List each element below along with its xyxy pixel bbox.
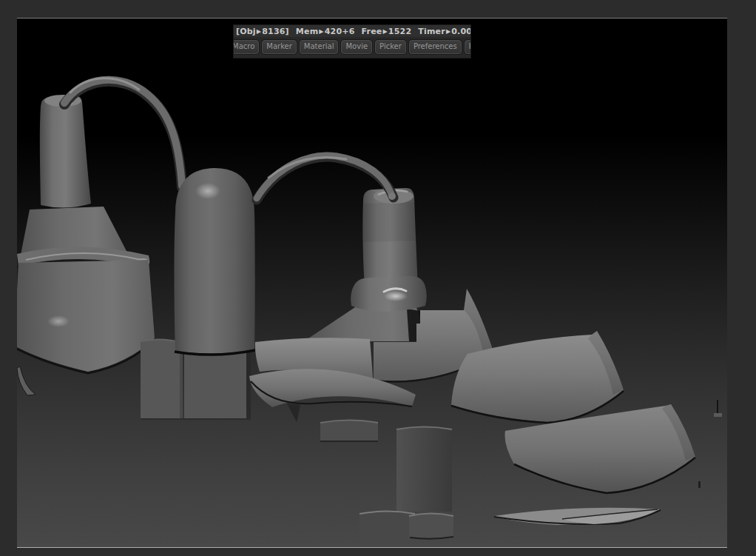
status-free: Free▶1522 bbox=[362, 27, 412, 36]
movie-button[interactable]: Movie bbox=[341, 40, 372, 54]
lamp-center-neck bbox=[362, 188, 418, 289]
right-edge-clipped-sliver bbox=[698, 400, 722, 488]
status-bar: [Obj▶8136] Mem▶420+6 Free▶1522 Timer▶0.0… bbox=[234, 25, 470, 37]
macro-button[interactable]: Macro bbox=[234, 40, 259, 54]
capsule-stroke bbox=[175, 168, 256, 355]
marker-button[interactable]: Marker bbox=[262, 40, 297, 54]
top-shelf-panel: [Obj▶8136] Mem▶420+6 Free▶1522 Timer▶0.0… bbox=[233, 24, 471, 58]
render-button[interactable]: Render bbox=[465, 40, 470, 54]
viewport-scene bbox=[17, 19, 727, 547]
picker-button[interactable]: Picker bbox=[375, 40, 406, 54]
triangle-separator-icon: ▶ bbox=[446, 28, 450, 35]
status-timer: Timer▶0.002 bbox=[418, 27, 470, 36]
triangle-separator-icon: ▶ bbox=[319, 28, 323, 35]
shelf-menu: Macro Marker Material Movie Picker Prefe… bbox=[234, 37, 470, 58]
status-mem: Mem▶420+6 bbox=[296, 27, 355, 36]
triangle-separator-icon: ▶ bbox=[382, 28, 387, 35]
lamp-left-neck bbox=[40, 95, 91, 208]
status-obj: [Obj▶8136] bbox=[236, 27, 289, 36]
material-button[interactable]: Material bbox=[300, 40, 339, 54]
triangle-separator-icon: ▶ bbox=[257, 28, 261, 35]
thin-disc-slivers bbox=[494, 508, 661, 525]
lamp-left-shade bbox=[17, 207, 155, 395]
app-window: { "status_bar": { "separator": "▶", "ite… bbox=[0, 0, 756, 556]
sculpt-viewport-canvas[interactable] bbox=[17, 18, 727, 548]
bottom-cylinder-strokes bbox=[320, 421, 453, 548]
lamp-center-flange bbox=[351, 276, 427, 312]
preferences-button[interactable]: Preferences bbox=[409, 40, 462, 54]
